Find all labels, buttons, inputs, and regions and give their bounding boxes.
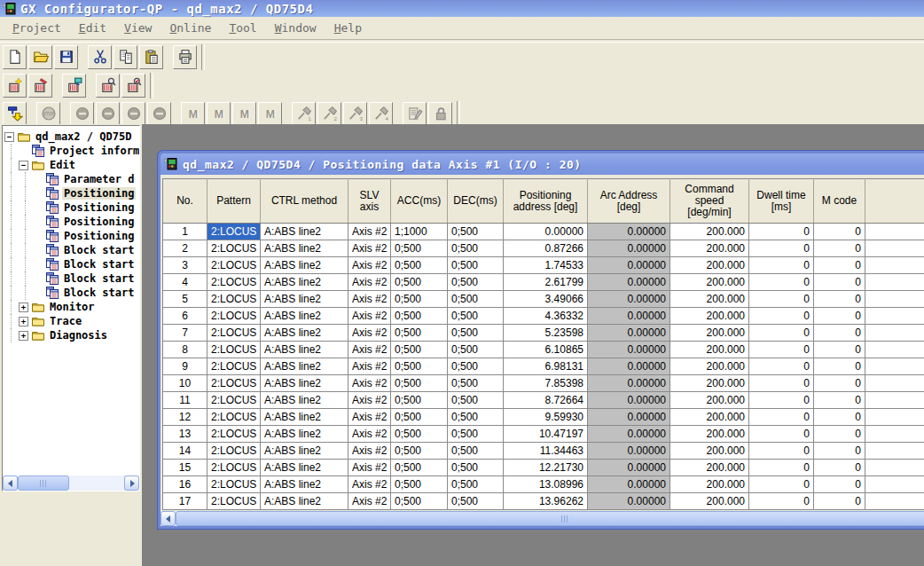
cell-dec_ms[interactable]: 0;500 bbox=[448, 291, 504, 308]
download-button[interactable] bbox=[3, 102, 27, 126]
cell-dwell_time[interactable]: 0 bbox=[749, 274, 814, 291]
cell-slv_axis[interactable]: Axis #2 bbox=[348, 240, 391, 257]
cell-command_speed[interactable]: 200.000 bbox=[670, 460, 749, 476]
cell-m_code[interactable]: 0 bbox=[814, 240, 865, 257]
cell-positioning_address[interactable]: 0.87266 bbox=[504, 240, 588, 257]
cell-command_speed[interactable]: 200.000 bbox=[670, 375, 749, 392]
cell-no[interactable]: 7 bbox=[163, 325, 208, 342]
print-button[interactable] bbox=[173, 45, 197, 69]
cell-ctrl_method[interactable]: A:ABS line2 bbox=[261, 392, 348, 409]
menu-help[interactable]: Help bbox=[325, 20, 371, 36]
cell-command_speed[interactable]: 200.000 bbox=[670, 224, 749, 240]
cell-arc_address[interactable]: 0.00000 bbox=[588, 257, 670, 274]
cell-no[interactable]: 16 bbox=[163, 476, 208, 493]
cell-positioning_address[interactable]: 7.85398 bbox=[504, 375, 588, 392]
scroll-thumb[interactable] bbox=[176, 511, 924, 526]
cell-pattern[interactable]: 2:LOCUS bbox=[208, 224, 261, 240]
cell-dec_ms[interactable]: 0;500 bbox=[448, 426, 504, 443]
cell-dec_ms[interactable]: 0;500 bbox=[448, 274, 504, 291]
cell-positioning_address[interactable]: 9.59930 bbox=[504, 409, 588, 426]
cell-no[interactable]: 12 bbox=[163, 409, 208, 426]
cell-ctrl_method[interactable]: A:ABS line2 bbox=[261, 325, 348, 342]
cell-positioning_address[interactable]: 10.47197 bbox=[504, 426, 588, 443]
cell-dec_ms[interactable]: 0;500 bbox=[448, 493, 504, 510]
cell-ctrl_method[interactable]: A:ABS line2 bbox=[261, 358, 348, 375]
cell-command_speed[interactable]: 200.000 bbox=[670, 240, 749, 257]
cell-dwell_time[interactable]: 0 bbox=[749, 426, 814, 443]
cell-slv_axis[interactable]: Axis #2 bbox=[348, 493, 391, 510]
cell-pattern[interactable]: 2:LOCUS bbox=[208, 342, 261, 358]
cell-m_code[interactable]: 0 bbox=[814, 426, 865, 443]
cell-m_code[interactable]: 0 bbox=[814, 392, 865, 409]
cell-slv_axis[interactable]: Axis #2 bbox=[348, 392, 391, 409]
cell-acc_ms[interactable]: 0;500 bbox=[391, 392, 448, 409]
cell-dwell_time[interactable]: 0 bbox=[749, 443, 814, 460]
cell-m_code[interactable]: 0 bbox=[814, 291, 865, 308]
cell-slv_axis[interactable]: Axis #2 bbox=[348, 291, 391, 308]
cell-pattern[interactable]: 2:LOCUS bbox=[208, 476, 261, 493]
tree-item-positioning[interactable]: Positioning bbox=[3, 215, 139, 229]
module-verify-button[interactable] bbox=[121, 74, 145, 98]
cell-dwell_time[interactable]: 0 bbox=[749, 358, 814, 375]
cell-ctrl_method[interactable]: A:ABS line2 bbox=[261, 308, 348, 325]
tree-item-block-start[interactable]: Block start bbox=[3, 286, 139, 300]
tree-item-positioning[interactable]: Positioning bbox=[3, 186, 139, 200]
cell-no[interactable]: 9 bbox=[163, 358, 208, 375]
cell-ctrl_method[interactable]: A:ABS line2 bbox=[261, 342, 348, 358]
cell-no[interactable]: 6 bbox=[163, 308, 208, 325]
cell-dec_ms[interactable]: 0;500 bbox=[448, 325, 504, 342]
child-titlebar[interactable]: qd_max2 / QD75D4 / Positioning data Axis… bbox=[161, 153, 924, 175]
app-titlebar[interactable]: GX Configurator-QP - qd_max2 / QD75D4 bbox=[0, 0, 924, 17]
cell-pattern[interactable]: 2:LOCUS bbox=[208, 274, 261, 291]
cell-positioning_address[interactable]: 0.00000 bbox=[504, 224, 588, 240]
cell-command_speed[interactable]: 200.000 bbox=[670, 274, 749, 291]
tree-item-block-start[interactable]: Block start bbox=[3, 257, 139, 271]
menu-view[interactable]: View bbox=[115, 20, 161, 36]
cell-acc_ms[interactable]: 0;500 bbox=[391, 409, 448, 426]
cell-slv_axis[interactable]: Axis #2 bbox=[348, 426, 391, 443]
cell-slv_axis[interactable]: Axis #2 bbox=[348, 409, 391, 426]
menu-window[interactable]: Window bbox=[266, 20, 325, 36]
cell-command_speed[interactable]: 200.000 bbox=[670, 308, 749, 325]
cell-m_code[interactable]: 0 bbox=[814, 476, 865, 493]
cell-dec_ms[interactable]: 0;500 bbox=[448, 476, 504, 493]
cell-pattern[interactable]: 2:LOCUS bbox=[208, 460, 261, 476]
cell-slv_axis[interactable]: Axis #2 bbox=[348, 274, 391, 291]
menu-edit[interactable]: Edit bbox=[70, 20, 115, 36]
cell-dwell_time[interactable]: 0 bbox=[749, 257, 814, 274]
cell-arc_address[interactable]: 0.00000 bbox=[588, 224, 670, 240]
cell-positioning_address[interactable]: 12.21730 bbox=[504, 460, 588, 476]
cell-pattern[interactable]: 2:LOCUS bbox=[208, 493, 261, 510]
copy-button[interactable] bbox=[114, 45, 137, 69]
cell-ctrl_method[interactable]: A:ABS line2 bbox=[261, 476, 348, 493]
minus-expander-icon[interactable]: − bbox=[19, 161, 28, 170]
scroll-track[interactable] bbox=[18, 476, 124, 491]
cell-m_code[interactable]: 0 bbox=[814, 308, 865, 325]
new-project-button[interactable] bbox=[3, 45, 27, 69]
cell-positioning_address[interactable]: 4.36332 bbox=[504, 308, 588, 325]
tree-item-trace[interactable]: +Trace bbox=[3, 314, 139, 328]
cell-no[interactable]: 4 bbox=[163, 274, 208, 291]
scroll-left-button[interactable] bbox=[3, 476, 18, 491]
cell-command_speed[interactable]: 200.000 bbox=[670, 392, 749, 409]
cell-m_code[interactable]: 0 bbox=[814, 493, 865, 510]
cell-no[interactable]: 10 bbox=[163, 375, 208, 392]
scroll-left-button[interactable] bbox=[161, 511, 176, 526]
tree-hscrollbar[interactable] bbox=[3, 476, 139, 491]
cell-m_code[interactable]: 0 bbox=[814, 224, 865, 240]
cell-positioning_address[interactable]: 13.96262 bbox=[504, 493, 588, 510]
cell-command_speed[interactable]: 200.000 bbox=[670, 358, 749, 375]
cell-slv_axis[interactable]: Axis #2 bbox=[348, 443, 391, 460]
cell-acc_ms[interactable]: 0;500 bbox=[391, 493, 448, 510]
cell-dec_ms[interactable]: 0;500 bbox=[448, 443, 504, 460]
cell-dwell_time[interactable]: 0 bbox=[749, 342, 814, 358]
cell-acc_ms[interactable]: 1;1000 bbox=[391, 224, 448, 240]
cell-positioning_address[interactable]: 11.34463 bbox=[504, 443, 588, 460]
cell-command_speed[interactable]: 200.000 bbox=[670, 342, 749, 358]
cell-dwell_time[interactable]: 0 bbox=[749, 493, 814, 510]
cell-acc_ms[interactable]: 0;500 bbox=[391, 375, 448, 392]
cell-dwell_time[interactable]: 0 bbox=[749, 476, 814, 493]
cell-arc_address[interactable]: 0.00000 bbox=[588, 240, 670, 257]
cell-arc_address[interactable]: 0.00000 bbox=[588, 392, 670, 409]
cell-dec_ms[interactable]: 0;500 bbox=[448, 358, 504, 375]
